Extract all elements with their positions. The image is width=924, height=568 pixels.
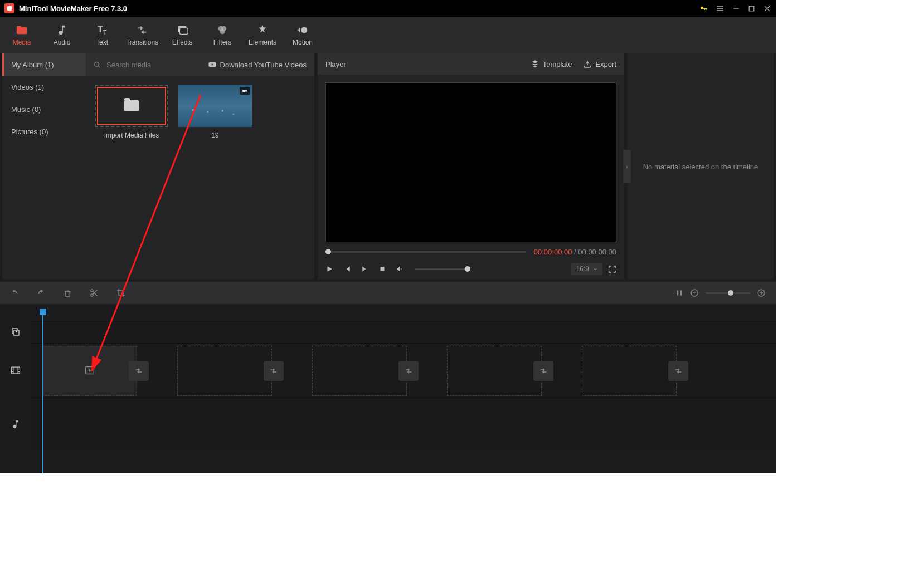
transition-slot-icon[interactable]: [264, 361, 284, 381]
split-button[interactable]: [90, 288, 99, 297]
tool-audio[interactable]: Audio: [42, 18, 81, 52]
media-header: Download YouTube Videos: [86, 53, 314, 76]
search-input[interactable]: [106, 61, 202, 69]
search-icon: [94, 61, 101, 68]
media-grid: Import Media Files 19: [86, 76, 314, 148]
svg-point-12: [220, 29, 225, 34]
playhead[interactable]: [42, 313, 43, 473]
tool-effects[interactable]: Effects: [163, 18, 202, 52]
minimize-icon[interactable]: [732, 4, 740, 12]
timecode: 00:00:00.00 / 00:00:00.00: [534, 248, 616, 256]
media-sidebar: My Album (1) Videos (1) Music (0) Pictur…: [2, 53, 86, 280]
timeline-toolbar: [0, 282, 776, 304]
hamburger-menu-icon[interactable]: [716, 4, 724, 13]
player-viewport[interactable]: [325, 82, 616, 242]
svg-point-13: [301, 27, 307, 33]
redo-button[interactable]: [37, 288, 46, 297]
play-button[interactable]: [325, 265, 333, 273]
tool-media[interactable]: Media: [2, 18, 41, 52]
player-progress-bar[interactable]: 00:00:00.00 / 00:00:00.00: [325, 248, 616, 256]
svg-point-20: [91, 294, 93, 296]
svg-rect-9: [179, 28, 188, 34]
volume-icon[interactable]: [396, 265, 405, 273]
import-media-button[interactable]: Import Media Files: [95, 85, 168, 139]
fullscreen-icon[interactable]: [608, 265, 616, 273]
transition-icon: [136, 24, 148, 36]
timeline-clip-slot[interactable]: [582, 346, 677, 396]
timeline-body[interactable]: [0, 304, 776, 473]
tool-motion[interactable]: Motion: [283, 18, 322, 52]
license-key-icon[interactable]: [699, 4, 708, 13]
tool-elements[interactable]: Elements: [243, 18, 282, 52]
volume-slider[interactable]: [415, 268, 470, 270]
app-title: MiniTool MovieMaker Free 7.3.0: [19, 4, 699, 13]
transition-slot-icon[interactable]: [533, 361, 553, 381]
maximize-icon[interactable]: [748, 5, 755, 12]
crop-button[interactable]: [116, 288, 125, 297]
zoom-in-button[interactable]: [757, 288, 766, 297]
media-main: Download YouTube Videos Import Media Fil…: [86, 53, 314, 280]
svg-point-14: [95, 62, 99, 66]
transition-slot-icon[interactable]: [668, 361, 688, 381]
player-panel: Player Template Export 00:00:00.00 / 00:…: [318, 53, 624, 280]
media-tab-pictures[interactable]: Pictures (0): [2, 120, 86, 143]
media-panel: My Album (1) Videos (1) Music (0) Pictur…: [2, 53, 314, 280]
drop-here-icon: [84, 365, 96, 377]
prev-frame-button[interactable]: [343, 265, 351, 273]
timeline-video-track[interactable]: [31, 343, 776, 398]
properties-empty-text: No material selected on the timeline: [628, 53, 774, 280]
zoom-slider[interactable]: [706, 292, 750, 294]
timeline-audio-track[interactable]: [31, 398, 776, 451]
zoom-out-button[interactable]: [690, 288, 699, 297]
snap-button[interactable]: [675, 289, 683, 297]
svg-rect-21: [677, 290, 678, 295]
svg-rect-5: [749, 6, 754, 11]
transition-slot-icon[interactable]: [129, 361, 149, 381]
app-window: MiniTool MovieMaker Free 7.3.0: [0, 0, 776, 473]
elements-icon: [256, 24, 269, 36]
tool-text[interactable]: TT Text: [82, 18, 121, 52]
svg-rect-18: [381, 267, 385, 271]
svg-line-15: [98, 66, 100, 67]
main-toolbar: Media Audio TT Text Transitions Effects: [0, 17, 776, 53]
media-tab-music[interactable]: Music (0): [2, 98, 86, 120]
export-icon: [583, 60, 592, 68]
folder-icon: [16, 24, 28, 36]
timeline-text-track[interactable]: [31, 321, 776, 343]
svg-rect-22: [680, 290, 682, 295]
aspect-ratio-select[interactable]: 16:9: [571, 263, 602, 275]
music-note-icon: [56, 24, 68, 36]
export-button[interactable]: Export: [583, 60, 616, 68]
audio-track-icon: [0, 398, 31, 451]
timeline-clip-slot[interactable]: [312, 346, 407, 396]
app-logo-icon: [4, 3, 14, 13]
media-clip-item[interactable]: 19: [178, 85, 252, 139]
delete-button[interactable]: [64, 289, 72, 297]
template-button[interactable]: Template: [531, 60, 572, 68]
collapse-properties-button[interactable]: ›: [623, 150, 631, 183]
text-icon: TT: [96, 24, 108, 36]
timeline-clip-slot[interactable]: [447, 346, 542, 396]
player-title: Player: [325, 60, 519, 68]
youtube-download-link[interactable]: Download YouTube Videos: [208, 60, 307, 69]
close-icon[interactable]: [763, 4, 771, 13]
template-icon: [531, 60, 539, 68]
timeline-panel: [0, 282, 776, 473]
tool-filters[interactable]: Filters: [203, 18, 242, 52]
next-frame-button[interactable]: [361, 265, 369, 273]
timeline-clip-slot[interactable]: [177, 346, 272, 396]
title-bar: MiniTool MovieMaker Free 7.3.0: [0, 0, 776, 17]
svg-point-19: [91, 290, 93, 292]
media-tab-my-album[interactable]: My Album (1): [2, 53, 86, 76]
undo-button[interactable]: [10, 288, 19, 297]
media-tab-videos[interactable]: Videos (1): [2, 76, 86, 98]
add-track-button[interactable]: [0, 321, 31, 343]
effects-icon: [176, 24, 188, 36]
timeline-drop-slot[interactable]: [42, 346, 137, 396]
stop-button[interactable]: [379, 266, 386, 272]
properties-panel: › No material selected on the timeline: [628, 53, 774, 280]
transition-slot-icon[interactable]: [398, 361, 419, 381]
motion-icon: [296, 24, 309, 36]
folder-icon: [124, 100, 139, 111]
tool-transitions[interactable]: Transitions: [123, 18, 162, 52]
